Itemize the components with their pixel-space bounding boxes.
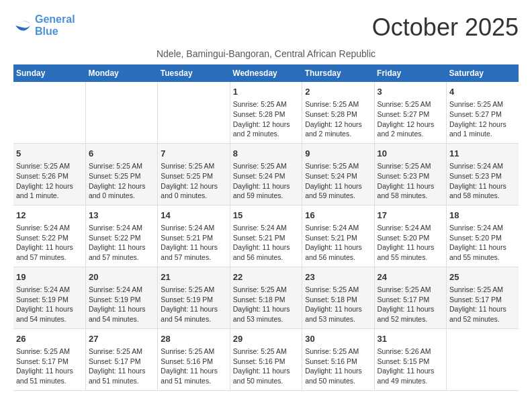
day-number: 14 (161, 210, 226, 222)
day-info: Sunrise: 5:25 AMSunset: 5:17 PMDaylight:… (449, 285, 516, 324)
day-info: Sunrise: 5:25 AMSunset: 5:18 PMDaylight:… (305, 285, 371, 324)
day-number: 23 (305, 271, 371, 283)
calendar-cell: 31Sunrise: 5:26 AMSunset: 5:15 PMDayligh… (374, 328, 446, 390)
day-info: Sunrise: 5:25 AMSunset: 5:16 PMDaylight:… (233, 347, 299, 386)
month-title: October 2025 (372, 13, 519, 42)
weekday-header: Tuesday (158, 64, 230, 82)
day-info: Sunrise: 5:25 AMSunset: 5:27 PMDaylight:… (378, 99, 443, 139)
day-number: 29 (233, 333, 299, 345)
day-number: 25 (449, 271, 516, 283)
calendar-cell: 5Sunrise: 5:25 AMSunset: 5:26 PMDaylight… (13, 143, 85, 205)
day-number: 18 (449, 210, 516, 222)
weekday-header: Thursday (302, 64, 374, 82)
logo: General Blue (13, 13, 75, 37)
day-number: 5 (16, 148, 83, 160)
day-info: Sunrise: 5:25 AMSunset: 5:23 PMDaylight:… (378, 161, 443, 201)
day-number: 19 (16, 271, 83, 283)
day-number: 13 (89, 210, 154, 222)
day-info: Sunrise: 5:24 AMSunset: 5:19 PMDaylight:… (89, 285, 154, 324)
calendar-cell: 4Sunrise: 5:25 AMSunset: 5:27 PMDaylight… (447, 82, 519, 143)
day-info: Sunrise: 5:25 AMSunset: 5:17 PMDaylight:… (89, 347, 154, 386)
day-number: 27 (89, 333, 154, 345)
calendar-week-row: 1Sunrise: 5:25 AMSunset: 5:28 PMDaylight… (13, 82, 519, 143)
calendar-cell: 28Sunrise: 5:25 AMSunset: 5:16 PMDayligh… (158, 328, 230, 390)
weekday-header: Friday (374, 64, 446, 82)
day-info: Sunrise: 5:24 AMSunset: 5:21 PMDaylight:… (305, 223, 371, 263)
calendar-cell: 6Sunrise: 5:25 AMSunset: 5:25 PMDaylight… (85, 143, 157, 205)
day-info: Sunrise: 5:25 AMSunset: 5:25 PMDaylight:… (161, 161, 226, 201)
calendar-cell: 7Sunrise: 5:25 AMSunset: 5:25 PMDaylight… (158, 143, 230, 205)
calendar-cell: 27Sunrise: 5:25 AMSunset: 5:17 PMDayligh… (85, 328, 157, 390)
logo-text: General Blue (35, 13, 75, 37)
day-number: 11 (449, 148, 516, 160)
day-number: 20 (89, 271, 154, 283)
day-info: Sunrise: 5:25 AMSunset: 5:18 PMDaylight:… (233, 285, 299, 324)
day-info: Sunrise: 5:24 AMSunset: 5:21 PMDaylight:… (161, 223, 226, 263)
day-number: 3 (378, 86, 443, 98)
weekday-row: SundayMondayTuesdayWednesdayThursdayFrid… (13, 64, 519, 82)
day-number: 7 (161, 148, 226, 160)
calendar-cell: 25Sunrise: 5:25 AMSunset: 5:17 PMDayligh… (447, 267, 519, 328)
calendar-week-row: 19Sunrise: 5:24 AMSunset: 5:19 PMDayligh… (13, 267, 519, 328)
day-info: Sunrise: 5:26 AMSunset: 5:15 PMDaylight:… (378, 347, 443, 386)
day-number: 28 (161, 333, 226, 345)
day-info: Sunrise: 5:24 AMSunset: 5:22 PMDaylight:… (16, 223, 83, 263)
calendar-table: SundayMondayTuesdayWednesdayThursdayFrid… (13, 64, 519, 391)
calendar-cell (85, 82, 157, 143)
calendar-cell: 2Sunrise: 5:25 AMSunset: 5:28 PMDaylight… (302, 82, 374, 143)
day-number: 1 (233, 86, 299, 98)
calendar-cell: 14Sunrise: 5:24 AMSunset: 5:21 PMDayligh… (158, 205, 230, 267)
calendar-cell: 10Sunrise: 5:25 AMSunset: 5:23 PMDayligh… (374, 143, 446, 205)
day-info: Sunrise: 5:25 AMSunset: 5:26 PMDaylight:… (16, 161, 83, 201)
calendar-cell: 26Sunrise: 5:25 AMSunset: 5:17 PMDayligh… (13, 328, 85, 390)
day-info: Sunrise: 5:25 AMSunset: 5:25 PMDaylight:… (89, 161, 154, 201)
weekday-header: Monday (85, 64, 157, 82)
calendar-cell: 20Sunrise: 5:24 AMSunset: 5:19 PMDayligh… (85, 267, 157, 328)
day-info: Sunrise: 5:25 AMSunset: 5:24 PMDaylight:… (233, 161, 299, 201)
day-info: Sunrise: 5:24 AMSunset: 5:23 PMDaylight:… (449, 161, 516, 201)
calendar-cell: 8Sunrise: 5:25 AMSunset: 5:24 PMDaylight… (230, 143, 302, 205)
day-info: Sunrise: 5:25 AMSunset: 5:19 PMDaylight:… (161, 285, 226, 324)
day-number: 15 (233, 210, 299, 222)
calendar-cell: 13Sunrise: 5:24 AMSunset: 5:22 PMDayligh… (85, 205, 157, 267)
calendar-cell: 1Sunrise: 5:25 AMSunset: 5:28 PMDaylight… (230, 82, 302, 143)
day-number: 2 (305, 86, 371, 98)
logo-icon (13, 16, 32, 35)
calendar-week-row: 12Sunrise: 5:24 AMSunset: 5:22 PMDayligh… (13, 205, 519, 267)
day-info: Sunrise: 5:24 AMSunset: 5:19 PMDaylight:… (16, 285, 83, 324)
day-number: 4 (449, 86, 516, 98)
calendar-cell: 15Sunrise: 5:24 AMSunset: 5:21 PMDayligh… (230, 205, 302, 267)
subtitle: Ndele, Bamingui-Bangoran, Central Africa… (13, 48, 519, 59)
svg-rect-0 (13, 16, 32, 35)
day-info: Sunrise: 5:25 AMSunset: 5:17 PMDaylight:… (378, 285, 443, 324)
calendar-cell: 19Sunrise: 5:24 AMSunset: 5:19 PMDayligh… (13, 267, 85, 328)
day-info: Sunrise: 5:24 AMSunset: 5:20 PMDaylight:… (378, 223, 443, 263)
day-number: 30 (305, 333, 371, 345)
calendar-cell: 3Sunrise: 5:25 AMSunset: 5:27 PMDaylight… (374, 82, 446, 143)
day-info: Sunrise: 5:25 AMSunset: 5:17 PMDaylight:… (16, 347, 83, 386)
calendar-cell: 22Sunrise: 5:25 AMSunset: 5:18 PMDayligh… (230, 267, 302, 328)
calendar-cell (158, 82, 230, 143)
day-info: Sunrise: 5:24 AMSunset: 5:20 PMDaylight:… (449, 223, 516, 263)
day-number: 24 (378, 271, 443, 283)
calendar-cell: 12Sunrise: 5:24 AMSunset: 5:22 PMDayligh… (13, 205, 85, 267)
day-number: 12 (16, 210, 83, 222)
calendar-cell: 18Sunrise: 5:24 AMSunset: 5:20 PMDayligh… (447, 205, 519, 267)
calendar-week-row: 5Sunrise: 5:25 AMSunset: 5:26 PMDaylight… (13, 143, 519, 205)
title-section: October 2025 (372, 13, 519, 42)
calendar-body: 1Sunrise: 5:25 AMSunset: 5:28 PMDaylight… (13, 82, 519, 390)
weekday-header: Saturday (447, 64, 519, 82)
calendar-cell: 24Sunrise: 5:25 AMSunset: 5:17 PMDayligh… (374, 267, 446, 328)
day-info: Sunrise: 5:24 AMSunset: 5:21 PMDaylight:… (233, 223, 299, 263)
calendar-cell: 21Sunrise: 5:25 AMSunset: 5:19 PMDayligh… (158, 267, 230, 328)
calendar-cell: 29Sunrise: 5:25 AMSunset: 5:16 PMDayligh… (230, 328, 302, 390)
calendar-header: SundayMondayTuesdayWednesdayThursdayFrid… (13, 64, 519, 82)
day-number: 21 (161, 271, 226, 283)
day-info: Sunrise: 5:24 AMSunset: 5:22 PMDaylight:… (89, 223, 154, 263)
day-number: 6 (89, 148, 154, 160)
calendar-cell: 9Sunrise: 5:25 AMSunset: 5:24 PMDaylight… (302, 143, 374, 205)
calendar-cell (13, 82, 85, 143)
day-number: 16 (305, 210, 371, 222)
calendar-week-row: 26Sunrise: 5:25 AMSunset: 5:17 PMDayligh… (13, 328, 519, 390)
weekday-header: Wednesday (230, 64, 302, 82)
